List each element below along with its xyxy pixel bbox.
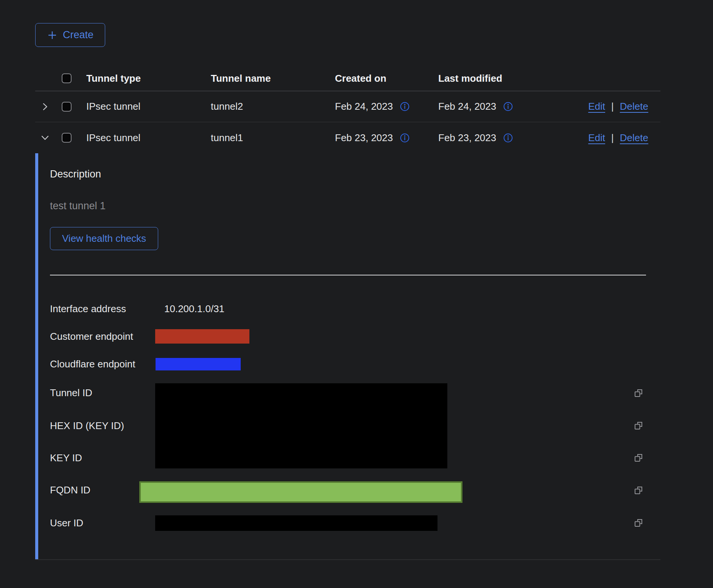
table-header-row: Tunnel type Tunnel name Created on Last … <box>35 66 660 91</box>
cell-tunnel-type: IPsec tunnel <box>86 101 211 112</box>
table-row-tunnel2: IPsec tunnel tunnel2 Feb 24, 2023 Feb 24… <box>35 91 660 122</box>
description-label: Description <box>50 168 101 180</box>
tunnel-id-label: Tunnel ID <box>50 387 92 399</box>
actions-separator: | <box>611 101 614 112</box>
header-created-on: Created on <box>335 73 438 84</box>
create-button[interactable]: Create <box>35 23 105 47</box>
plus-icon <box>47 30 58 40</box>
row-checkbox[interactable] <box>62 102 72 112</box>
delete-link[interactable]: Delete <box>620 101 648 112</box>
info-icon[interactable] <box>503 133 513 143</box>
copy-key-id-button[interactable] <box>633 452 644 463</box>
delete-link[interactable]: Delete <box>620 132 648 144</box>
interface-address-value: 10.200.1.0/31 <box>164 303 224 315</box>
header-tunnel-type: Tunnel type <box>86 73 211 84</box>
cell-last-modified: Feb 24, 2023 <box>438 101 496 112</box>
user-id-redacted-value <box>155 515 437 531</box>
tunnels-table: Tunnel type Tunnel name Created on Last … <box>35 66 660 560</box>
table-row-tunnel1: IPsec tunnel tunnel1 Feb 23, 2023 Feb 23… <box>35 122 660 153</box>
edit-link[interactable]: Edit <box>588 132 605 144</box>
expanded-tunnel-panel: Description test tunnel 1 View health ch… <box>35 153 660 559</box>
key-id-label: KEY ID <box>50 452 82 464</box>
hex-id-label: HEX ID (KEY ID) <box>50 420 124 432</box>
chevron-down-icon[interactable] <box>40 133 50 143</box>
copy-hex-id-button[interactable] <box>633 420 644 431</box>
user-id-label: User ID <box>50 517 83 529</box>
row-checkbox[interactable] <box>62 133 72 143</box>
ids-redacted-values <box>155 383 447 468</box>
cell-created-on: Feb 24, 2023 <box>335 101 393 112</box>
view-health-checks-button[interactable]: View health checks <box>50 227 158 250</box>
edit-link[interactable]: Edit <box>588 101 605 112</box>
cell-tunnel-name: tunnel1 <box>211 132 335 144</box>
header-checkbox-cell <box>56 73 86 83</box>
create-button-label: Create <box>63 29 93 41</box>
select-all-checkbox[interactable] <box>62 73 72 83</box>
info-icon[interactable] <box>400 133 410 143</box>
cloudflare-endpoint-label: Cloudflare endpoint <box>50 358 135 370</box>
copy-tunnel-id-button[interactable] <box>633 387 644 398</box>
header-last-modified: Last modified <box>438 73 583 84</box>
description-value: test tunnel 1 <box>50 200 106 212</box>
panel-divider <box>50 275 646 275</box>
cell-created-on: Feb 23, 2023 <box>335 132 393 144</box>
cell-tunnel-name: tunnel2 <box>211 101 335 112</box>
header-tunnel-name: Tunnel name <box>211 73 335 84</box>
actions-separator: | <box>611 132 614 144</box>
copy-fqdn-id-button[interactable] <box>633 484 644 496</box>
info-icon[interactable] <box>503 101 513 112</box>
chevron-right-icon[interactable] <box>40 102 50 112</box>
customer-endpoint-redacted-value <box>155 329 249 344</box>
cell-tunnel-type: IPsec tunnel <box>86 132 211 144</box>
fqdn-id-label: FQDN ID <box>50 484 90 496</box>
info-icon[interactable] <box>400 101 410 112</box>
table-bottom-divider <box>35 559 660 560</box>
cloudflare-endpoint-redacted-value <box>156 358 241 370</box>
fqdn-id-redacted-value <box>139 481 462 503</box>
interface-address-label: Interface address <box>50 303 126 315</box>
customer-endpoint-label: Customer endpoint <box>50 331 133 342</box>
cell-last-modified: Feb 23, 2023 <box>438 132 496 144</box>
copy-user-id-button[interactable] <box>633 517 644 528</box>
tunnels-page: Create Tunnel type Tunnel name Created o… <box>35 23 660 560</box>
